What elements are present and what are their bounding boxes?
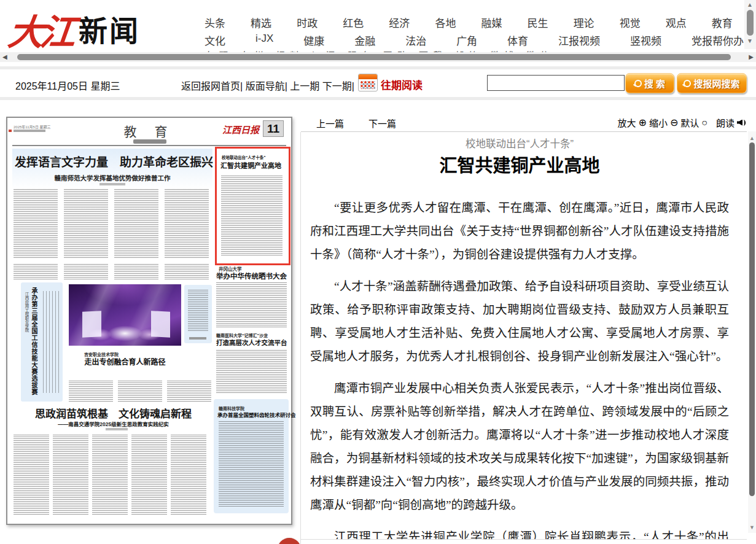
scroll-up-icon[interactable]: ▲ [747, 1, 753, 8]
left-panel-org: 江西应用工程职业学院 [23, 292, 29, 332]
simulated-text-block [221, 176, 283, 257]
article-left-border [300, 132, 301, 544]
next-article-link[interactable]: 下一篇 [368, 117, 396, 130]
highlighted-article-box[interactable]: 校地联动出台“人才十条” 汇智共建铜产业高地 [215, 147, 290, 265]
nav-item-education[interactable]: 教育 [712, 15, 733, 30]
nav-item-headlines[interactable]: 头条 [205, 15, 225, 30]
simulated-text-block [165, 264, 209, 280]
article-kicker: 校地联动出台“人才十条” [310, 136, 729, 150]
nav-item-sports[interactable]: 体育 [507, 33, 528, 48]
photo-side-note-panel [184, 285, 212, 343]
article-title: 汇智共建铜产业高地 [310, 151, 729, 177]
article-scroll-down-icon[interactable]: ▼ [749, 524, 755, 530]
calendar-icon-grid [360, 81, 375, 89]
lead-subtitle: 赣南师范大学发挥基地优势做好推普工作 [15, 173, 210, 182]
nav-item-red[interactable]: 红色 [343, 15, 364, 30]
speaker-icon[interactable] [737, 119, 746, 127]
site-search-button[interactable]: 搜报网搜索 [677, 73, 747, 93]
highlight-kicker: 校地联动出台“人才十条” [222, 154, 266, 160]
default-size-label[interactable]: 默认 [680, 116, 699, 129]
simulated-text-block [69, 381, 113, 402]
right-item-1-title[interactable]: 举办中华传统晒书大会 [216, 271, 287, 281]
paper-meta-line [14, 130, 45, 132]
article-scroll-up-icon[interactable]: ▲ [749, 135, 755, 141]
read-aloud-label[interactable]: 朗读 [716, 116, 735, 129]
article-scrollbar[interactable]: ▲ ▼ [748, 131, 756, 533]
simulated-text-block [216, 350, 287, 394]
stage-performance-photo [69, 284, 181, 346]
simulated-text-block [14, 189, 58, 259]
zoom-out-label[interactable]: 缩小 [649, 116, 668, 129]
right-item-3-panel[interactable]: 赣南科技学院 承办首届全国塑料齿轮技术研讨会 [214, 399, 289, 513]
simulated-text-block [167, 381, 211, 402]
scroll-left-icon[interactable]: ◀ [2, 53, 7, 61]
article-paragraph: 鹰潭市铜产业发展中心相关负责人张爱民表示，“人才十条”推出岗位晋级、双聘互认、房… [310, 377, 729, 517]
nav-item-party-paper-help[interactable]: 党报帮你办 [692, 33, 744, 48]
nav-item-vertical-video[interactable]: 竖视频 [630, 33, 661, 48]
zoom-out-icon[interactable]: ⊖ [670, 117, 678, 128]
right-item-2-title[interactable]: 打造高层次人才交流平台 [216, 338, 287, 347]
past-issues-link[interactable]: 往期阅读 [381, 77, 423, 92]
prev-issue-link[interactable]: 上一期 [290, 81, 319, 91]
default-size-icon[interactable]: ○ [701, 117, 707, 128]
back-to-site-link[interactable]: 返回报网首页 [181, 81, 240, 91]
vertical-scrollbar-top[interactable]: ▲ ▼ [744, 0, 756, 49]
prev-article-link[interactable]: 上一篇 [316, 117, 344, 130]
page-navigation-link[interactable]: 版面导航 [246, 81, 285, 91]
separator: | [285, 81, 287, 91]
nav-item-featured[interactable]: 精选 [251, 15, 271, 30]
next-issue-link[interactable]: 下一期 [322, 81, 352, 91]
page: 大江新闻 头条 精选 时政 红色 经济 各地 融媒 民生 理论 视觉 观点 教育… [0, 0, 756, 544]
separator: | [240, 81, 243, 91]
divider-band-top [0, 66, 756, 69]
nav-item-law[interactable]: 法治 [405, 33, 426, 48]
article-paragraph: 江西理工大学先进铜产业学院（鹰潭）院长肖翔鹏表示，“人才十条”的出台，将为学校科… [310, 526, 729, 539]
nav-item-theory[interactable]: 理论 [574, 15, 594, 30]
floating-action-button[interactable] [278, 538, 301, 544]
scroll-right-icon[interactable]: ▶ [749, 53, 754, 61]
zoom-in-icon[interactable]: ⊕ [638, 117, 646, 128]
magnifier-icon [684, 80, 691, 87]
horizontal-scrollbar[interactable]: ◀ ▶ [0, 52, 756, 62]
nav-item-finance[interactable]: 金融 [354, 33, 375, 48]
scroll-down-icon[interactable]: ▼ [747, 37, 753, 44]
site-search-button-label: 搜报网搜索 [693, 77, 739, 90]
simulated-text-block [64, 189, 108, 259]
nav-item-wide-angle[interactable]: 广角 [456, 33, 477, 48]
nav-item-media[interactable]: 融媒 [481, 15, 502, 30]
site-logo[interactable]: 大江新闻 [9, 4, 140, 47]
article-scrollbar-thumb[interactable] [749, 142, 755, 496]
nav-item-politics[interactable]: 时政 [297, 15, 318, 30]
calendar-icon[interactable] [358, 74, 378, 91]
search-input[interactable] [487, 75, 625, 91]
current-date: 2025年11月05日 星期三 [15, 78, 120, 93]
bottom-headline[interactable]: 思政润苗筑根基 文化铸魂启新程 [26, 405, 201, 421]
simulated-text-block [165, 189, 209, 259]
nav-item-regions[interactable]: 各地 [435, 15, 456, 30]
right-item-3-title: 承办首届全国塑料齿轮技术研讨会 [217, 411, 296, 418]
simulated-text-block [92, 435, 128, 515]
stage-screen-left [82, 311, 101, 338]
nav-item-opinion[interactable]: 观点 [666, 15, 687, 30]
nav-item-economy[interactable]: 经济 [389, 15, 410, 30]
nav-item-livelihood[interactable]: 民生 [528, 15, 548, 30]
nav-item-jiangbao-video[interactable]: 江报视频 [558, 33, 600, 48]
simulated-text-block [53, 435, 88, 515]
search-button[interactable]: 搜 索 [625, 73, 674, 93]
nav-item-visual[interactable]: 视觉 [620, 15, 641, 30]
photo-story-title[interactable]: 走出专创融合育人新路径 [69, 356, 181, 367]
nav-item-culture[interactable]: 文化 [205, 33, 225, 48]
lead-headline[interactable]: 发挥语言文字力量 助力革命老区振兴 [15, 153, 210, 169]
nav-item-ijx[interactable]: i-JX [255, 33, 273, 48]
highlight-title: 汇智共建铜产业高地 [220, 160, 283, 170]
vertical-scrollbar-thumb[interactable] [747, 10, 754, 36]
nav-item-health[interactable]: 健康 [303, 33, 324, 48]
horizontal-scrollbar-thumb[interactable] [17, 54, 731, 60]
left-vertical-story-panel[interactable]: 江西应用工程职业学院 承办第三届全国工信技能大赛选拔赛 [21, 282, 63, 402]
paper-section-title: 教 育 [93, 122, 205, 140]
simulated-text-block [216, 282, 287, 328]
simulated-text-block [64, 264, 108, 280]
newspaper-page-thumbnail[interactable]: 2025年11月5日 星期三 教 育 江西日报 11 发挥语言文字力量 助力革命… [6, 117, 292, 525]
zoom-in-label[interactable]: 放大 [617, 116, 636, 129]
bottom-subtitle: ——南昌交通学院2025级新生思政教育实践纪实 [26, 420, 201, 427]
